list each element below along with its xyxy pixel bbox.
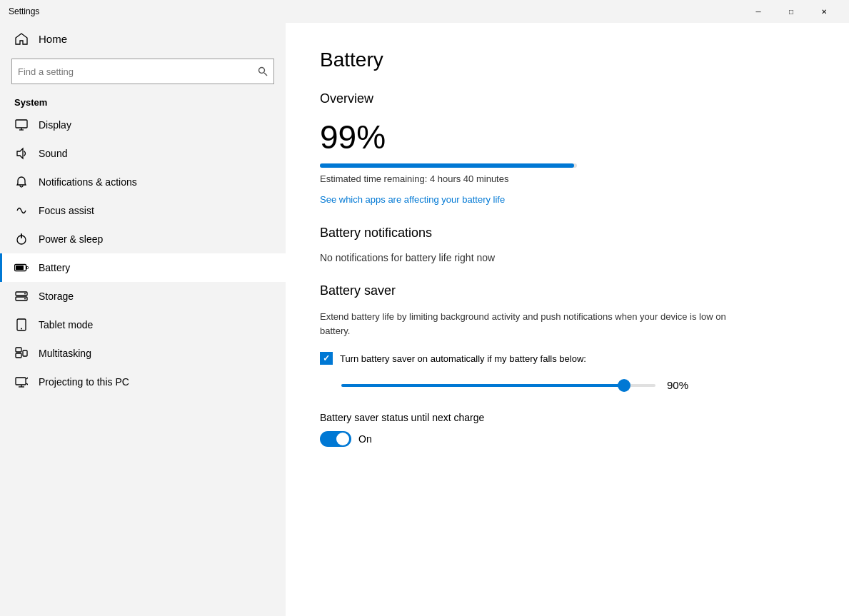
sidebar-item-projecting-label: Projecting to this PC [39, 376, 129, 388]
titlebar: Settings ─ □ ✕ [0, 0, 849, 23]
window-controls: ─ □ ✕ [742, 0, 840, 23]
projecting-icon [14, 375, 29, 389]
focus-icon [14, 203, 29, 218]
battery-icon [14, 261, 29, 275]
sidebar-item-storage[interactable]: Storage [0, 282, 286, 310]
sidebar-item-focus-label: Focus assist [39, 205, 94, 216]
battery-slider-fill [341, 384, 624, 387]
sidebar-item-storage-label: Storage [39, 291, 74, 302]
sidebar-item-battery[interactable]: Battery [0, 253, 286, 282]
search-box[interactable] [11, 59, 274, 84]
svg-line-23 [26, 383, 28, 385]
close-button[interactable]: ✕ [808, 0, 840, 23]
saver-description: Extend battery life by limiting backgrou… [320, 310, 727, 338]
home-icon [14, 31, 29, 46]
maximize-button[interactable]: □ [775, 0, 808, 23]
checkbox-check-icon: ✓ [323, 353, 330, 363]
app-body: Home System Display [0, 23, 849, 616]
svg-marker-5 [17, 148, 23, 158]
svg-line-22 [26, 378, 28, 379]
toggle-row: On [320, 431, 815, 447]
svg-point-13 [24, 298, 26, 300]
storage-icon [14, 289, 29, 303]
app-title: Settings [9, 6, 39, 16]
sidebar-item-display-label: Display [39, 119, 71, 131]
display-icon [14, 118, 29, 132]
sidebar-item-display[interactable]: Display [0, 111, 286, 139]
sidebar-item-multitasking-label: Multitasking [39, 348, 91, 359]
sidebar-item-notifications-label: Notifications & actions [39, 176, 137, 188]
notifications-text: No notifications for battery life right … [320, 252, 815, 263]
toggle-state-label: On [358, 433, 372, 445]
battery-saver-section: Battery saver Extend battery life by lim… [320, 283, 815, 447]
battery-progress-bar [320, 163, 577, 168]
estimated-time-text: Estimated time remaining: 4 hours 40 min… [320, 173, 815, 184]
slider-row: 90% [320, 379, 815, 391]
sidebar-item-sound[interactable]: Sound [0, 139, 286, 168]
svg-rect-19 [16, 378, 26, 385]
notifications-section: Battery notifications No notifications f… [320, 226, 815, 263]
notifications-title: Battery notifications [320, 226, 815, 241]
power-icon [14, 232, 29, 246]
toggle-section-title: Battery saver status until next charge [320, 412, 484, 423]
battery-saver-checkbox[interactable]: ✓ [320, 352, 333, 365]
sound-icon [14, 146, 29, 161]
page-title: Battery [320, 49, 815, 71]
sidebar-item-sound-label: Sound [39, 148, 67, 159]
slider-value-label: 90% [667, 379, 695, 391]
multitasking-icon [14, 346, 29, 360]
sidebar-item-projecting[interactable]: Projecting to this PC [0, 368, 286, 396]
battery-percent-value: 99% [320, 118, 815, 156]
toggle-section-label: Battery saver status until next charge [320, 411, 815, 424]
svg-rect-9 [16, 266, 24, 270]
sidebar: Home System Display [0, 23, 286, 616]
sidebar-item-battery-label: Battery [39, 262, 70, 273]
svg-rect-18 [23, 350, 27, 356]
sidebar-item-notifications[interactable]: Notifications & actions [0, 168, 286, 196]
sidebar-item-home[interactable]: Home [0, 23, 286, 54]
sidebar-item-power[interactable]: Power & sleep [0, 225, 286, 253]
battery-slider-thumb[interactable] [618, 379, 631, 392]
notifications-icon [14, 175, 29, 189]
overview-title: Overview [320, 91, 815, 106]
svg-point-0 [259, 68, 265, 74]
minimize-button[interactable]: ─ [742, 0, 775, 23]
svg-line-1 [264, 73, 267, 76]
battery-slider-track[interactable] [341, 384, 655, 387]
tablet-icon [14, 318, 29, 332]
sidebar-item-focus[interactable]: Focus assist [0, 196, 286, 225]
sidebar-item-tablet-label: Tablet mode [39, 319, 93, 330]
battery-saver-toggle[interactable] [320, 431, 351, 447]
sidebar-item-power-label: Power & sleep [39, 233, 103, 245]
sidebar-item-multitasking[interactable]: Multitasking [0, 339, 286, 368]
main-content: Battery Overview 99% Estimated time rema… [286, 23, 849, 616]
checkbox-row: ✓ Turn battery saver on automatically if… [320, 352, 815, 365]
svg-rect-16 [16, 348, 21, 352]
saver-title: Battery saver [320, 283, 815, 298]
checkbox-label: Turn battery saver on automatically if m… [340, 353, 586, 364]
search-input[interactable] [18, 66, 258, 77]
svg-point-15 [21, 328, 22, 330]
svg-point-12 [24, 293, 26, 295]
battery-progress-fill [320, 163, 574, 168]
sidebar-section-title: System [0, 91, 286, 111]
battery-apps-link[interactable]: See which apps are affecting your batter… [320, 194, 505, 205]
sidebar-item-tablet[interactable]: Tablet mode [0, 310, 286, 339]
svg-rect-17 [16, 353, 21, 358]
search-icon [258, 66, 268, 76]
toggle-thumb [336, 433, 349, 445]
svg-rect-2 [16, 120, 27, 128]
